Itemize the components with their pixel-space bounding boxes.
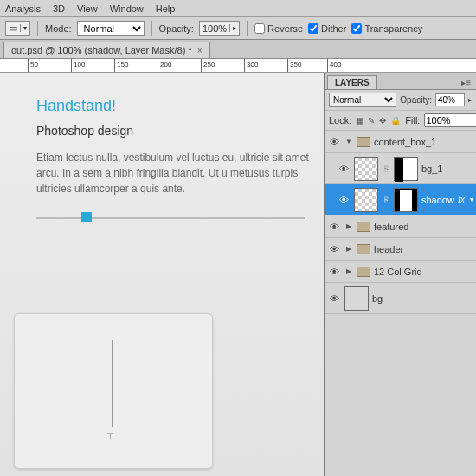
canvas-subtitle: Photoshop design [36, 124, 324, 138]
visibility-icon[interactable]: 👁 [327, 244, 341, 254]
disclosure-triangle-icon[interactable]: ▶ [344, 222, 353, 230]
document-tabs: out.psd @ 100% (shadow, Layer Mask/8) * … [0, 40, 476, 59]
disclosure-triangle-icon[interactable]: ▼ [344, 138, 353, 145]
disclosure-triangle-icon[interactable]: ▶ [344, 267, 353, 275]
disclosure-triangle-icon[interactable]: ▶ [344, 245, 353, 253]
mode-label: Mode: [45, 23, 72, 34]
reverse-checkbox[interactable]: Reverse [254, 23, 303, 34]
canvas: Handstand! Photoshop design Etiam lectus… [0, 73, 324, 476]
folder-icon [357, 222, 370, 232]
opacity-input[interactable]: 100%▸ [199, 21, 240, 36]
layers-list: 👁 ▼ content_box_1 👁 ⎘ bg_1 👁 ⎘ shadow fx… [325, 131, 476, 314]
slider-thumb [81, 212, 92, 222]
layer-group[interactable]: 👁 ▶ header [325, 238, 476, 261]
chevron-down-icon[interactable]: ▾ [470, 196, 473, 203]
ruler-horizontal: 50 100 150 200 250 300 350 400 [0, 59, 476, 73]
folder-icon [357, 137, 370, 147]
menu-3d[interactable]: 3D [53, 3, 65, 14]
layer-group[interactable]: 👁 ▶ 12 Col Grid [325, 261, 476, 283]
lock-transparent-icon[interactable]: ▦ [356, 115, 363, 126]
link-icon[interactable]: ⎘ [382, 196, 390, 204]
layer-opacity-label: Opacity: [400, 95, 432, 105]
layer-group[interactable]: 👁 ▼ content_box_1 [325, 131, 476, 153]
fill-input[interactable] [424, 113, 476, 127]
layer-thumbnail[interactable] [354, 188, 378, 212]
layer-opacity-input[interactable] [435, 93, 465, 106]
mask-thumbnail[interactable] [394, 157, 418, 181]
menu-view[interactable]: View [77, 3, 98, 14]
menu-window[interactable]: Window [110, 3, 144, 14]
canvas-card: ┬ [14, 313, 213, 469]
canvas-slider [36, 212, 305, 224]
visibility-icon[interactable]: 👁 [327, 267, 341, 277]
opacity-label: Opacity: [159, 23, 194, 34]
layer-thumbnail[interactable] [354, 157, 378, 181]
dither-checkbox[interactable]: Dither [308, 23, 346, 34]
panel-menu-icon[interactable]: ▸≡ [456, 76, 476, 89]
visibility-icon[interactable]: 👁 [337, 195, 351, 205]
visibility-icon[interactable]: 👁 [327, 293, 341, 304]
fx-icon[interactable]: fx [458, 195, 465, 204]
layer-thumbnail[interactable] [344, 286, 369, 311]
chevron-right-icon[interactable]: ▸ [468, 96, 472, 104]
lock-label: Lock: [329, 115, 351, 125]
gradient-preview[interactable]: ▭▾ [5, 21, 30, 36]
layer-item[interactable]: 👁 bg [325, 283, 476, 314]
lock-all-icon[interactable]: 🔒 [390, 115, 401, 126]
transparency-checkbox[interactable]: Transparency [351, 23, 422, 34]
visibility-icon[interactable]: 👁 [327, 137, 341, 147]
folder-icon [357, 267, 370, 277]
link-icon[interactable]: ⎘ [382, 164, 390, 173]
canvas-title: Handstand! [36, 97, 324, 115]
document-tab[interactable]: out.psd @ 100% (shadow, Layer Mask/8) * … [3, 42, 210, 58]
menu-analysis[interactable]: Analysis [5, 3, 41, 14]
layer-item[interactable]: 👁 ⎘ bg_1 [325, 153, 476, 184]
layers-tab[interactable]: LAYERS [327, 75, 377, 89]
layers-panel: LAYERS ▸≡ Normal Opacity: ▸ Lock: ▦ ✎ ✥ … [324, 73, 476, 476]
lock-move-icon[interactable]: ✥ [379, 115, 386, 126]
close-icon[interactable]: × [197, 46, 203, 55]
visibility-icon[interactable]: 👁 [327, 222, 341, 232]
layer-group[interactable]: 👁 ▶ featured [325, 215, 476, 238]
blend-mode-select[interactable]: Normal [329, 93, 396, 107]
fill-label: Fill: [405, 115, 420, 125]
mask-thumbnail[interactable] [394, 188, 418, 212]
options-bar: ▭▾ Mode: Normal Opacity: 100%▸ Reverse D… [0, 17, 476, 40]
mode-select[interactable]: Normal [77, 21, 145, 36]
layer-item-selected[interactable]: 👁 ⎘ shadow fx ▾ [325, 184, 476, 215]
document-tab-label: out.psd @ 100% (shadow, Layer Mask/8) * [11, 45, 192, 55]
menu-help[interactable]: Help [156, 3, 176, 14]
folder-icon [357, 244, 370, 254]
lock-brush-icon[interactable]: ✎ [368, 115, 375, 126]
menubar: Analysis 3D View Window Help [0, 0, 476, 17]
canvas-area[interactable]: Handstand! Photoshop design Etiam lectus… [0, 73, 324, 476]
canvas-body-text: Etiam lectus nulla, vestibulum vel luctu… [36, 150, 313, 196]
visibility-icon[interactable]: 👁 [337, 164, 351, 174]
